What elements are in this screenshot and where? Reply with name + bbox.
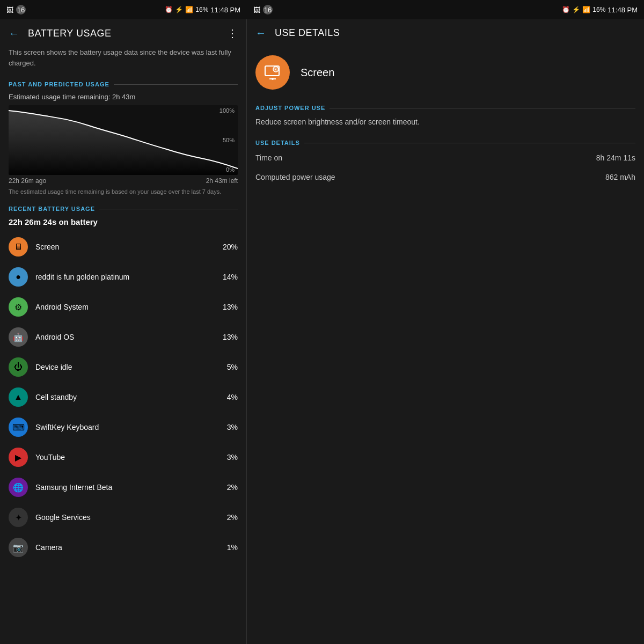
adjust-description: Reduce screen brightness and/or screen t…: [247, 113, 644, 135]
use-details-title: USE DETAILS: [275, 27, 340, 39]
chart-pct-50: 50%: [219, 137, 235, 143]
screen-icon: [255, 55, 290, 90]
usage-item-icon: 🤖: [9, 327, 28, 347]
bolt-icon-r: ⚡: [572, 6, 580, 13]
bolt-icon: ⚡: [175, 6, 183, 13]
usage-item-icon: ●: [9, 267, 28, 287]
alarm-icon: ⏰: [165, 6, 173, 13]
usage-item-pct: 4%: [227, 393, 238, 401]
usage-item-pct: 1%: [227, 543, 238, 552]
usage-list-item[interactable]: 🌐 Samsung Internet Beta 2%: [0, 472, 246, 502]
total-usage-text: 22h 26m 24s on battery: [0, 214, 246, 232]
right-panel: ← USE DETAILS Screen ADJUST POWER USE Re…: [247, 0, 644, 644]
battery-percent-left: 16%: [195, 6, 208, 13]
usage-item-icon: ✦: [9, 508, 28, 527]
usage-item-name: Samsung Internet Beta: [35, 483, 219, 492]
usage-item-name: Camera: [35, 543, 219, 552]
back-button-right[interactable]: ←: [255, 27, 266, 39]
detail-row-label: Computed power usage: [255, 173, 335, 181]
back-button-left[interactable]: ←: [9, 27, 19, 40]
usage-list-item[interactable]: 📷 Camera 1%: [0, 532, 246, 562]
usage-item-pct: 13%: [223, 303, 238, 311]
usage-item-icon: ▲: [9, 387, 28, 407]
usage-item-name: reddit is fun golden platinum: [35, 273, 215, 281]
usage-item-icon: 📷: [9, 538, 28, 557]
chart-percent-labels: 100% 50% 0%: [219, 105, 235, 175]
usage-item-name: Google Services: [35, 513, 219, 522]
usage-list-item[interactable]: 🖥 Screen 20%: [0, 232, 246, 262]
screen-svg-icon: [264, 64, 281, 81]
chart-pct-100: 100%: [219, 107, 235, 114]
chart-time-start: 22h 26m ago: [9, 177, 46, 185]
left-status-right: ⏰ ⚡ 📶 16% 11:48 PM: [165, 6, 240, 14]
signal-icon: 📶: [185, 6, 193, 13]
time-left: 11:48 PM: [210, 6, 240, 14]
usage-item-name: YouTube: [35, 453, 219, 462]
chart-footnote: The estimated usage time remaining is ba…: [0, 187, 246, 201]
usage-list-item[interactable]: 🤖 Android OS 13%: [0, 322, 246, 352]
chart-time-end: 2h 43m left: [206, 177, 238, 185]
left-panel: ← BATTERY USAGE ⋮ This screen shows the …: [0, 0, 247, 644]
usage-item-pct: 2%: [227, 483, 238, 492]
usage-item-pct: 14%: [223, 273, 238, 281]
usage-item-name: Device idle: [35, 363, 219, 371]
usage-item-pct: 3%: [227, 453, 238, 462]
detail-row: Computed power usage 862 mAh: [247, 167, 644, 187]
screen-item: Screen: [247, 47, 644, 100]
usage-item-icon: 🌐: [9, 478, 28, 497]
usage-item-name: SwiftKey Keyboard: [35, 423, 219, 431]
usage-item-pct: 20%: [223, 243, 238, 251]
left-status-bar: 🖼 16 ⏰ ⚡ 📶 16% 11:48 PM: [0, 0, 247, 19]
usage-item-name: Screen: [35, 243, 215, 251]
chart-pct-0: 0%: [219, 166, 235, 173]
right-status-right: ⏰ ⚡ 📶 16% 11:48 PM: [562, 6, 638, 14]
notification-count: 16: [16, 5, 26, 14]
battery-usage-header: ← BATTERY USAGE ⋮: [0, 19, 246, 47]
usage-item-pct: 2%: [227, 513, 238, 522]
use-details-header: ← USE DETAILS: [247, 19, 644, 47]
signal-icon-r: 📶: [582, 6, 590, 13]
right-status-bar: 🖼 16 ⏰ ⚡ 📶 16% 11:48 PM: [247, 0, 644, 19]
usage-list-item[interactable]: ✦ Google Services 2%: [0, 502, 246, 532]
estimated-usage-text: Estimated usage time remaining: 2h 43m: [0, 90, 246, 105]
usage-list-item[interactable]: ▶ YouTube 3%: [0, 442, 246, 472]
usage-list: 🖥 Screen 20% ● reddit is fun golden plat…: [0, 232, 246, 562]
usage-item-pct: 5%: [227, 363, 238, 371]
chart-svg: [9, 105, 238, 175]
usage-list-item[interactable]: ⌨ SwiftKey Keyboard 3%: [0, 412, 246, 442]
usage-list-item[interactable]: ⚙ Android System 13%: [0, 292, 246, 322]
notification-icon: 🖼: [6, 6, 13, 14]
usage-list-item[interactable]: ⏻ Device idle 5%: [0, 352, 246, 382]
usage-item-pct: 3%: [227, 423, 238, 431]
battery-chart: 100% 50% 0%: [9, 105, 238, 175]
notification-icon-r: 🖼: [253, 6, 260, 14]
detail-row-label: Time on: [255, 153, 282, 162]
time-right: 11:48 PM: [608, 6, 638, 14]
left-status-icons: 🖼 16: [6, 5, 26, 14]
recent-battery-section-label: RECENT BATTERY USAGE: [0, 201, 246, 214]
usage-list-item[interactable]: ▲ Cell standby 4%: [0, 382, 246, 412]
usage-item-name: Android System: [35, 303, 215, 311]
usage-item-icon: ⚙: [9, 297, 28, 317]
battery-description: This screen shows the battery usage data…: [0, 47, 246, 77]
screen-label: Screen: [301, 67, 334, 79]
chart-time-labels: 22h 26m ago 2h 43m left: [0, 175, 246, 187]
usage-item-name: Cell standby: [35, 393, 219, 401]
notification-count-r: 16: [263, 5, 273, 14]
usage-item-pct: 13%: [223, 333, 238, 341]
more-options-button[interactable]: ⋮: [227, 27, 238, 40]
usage-item-icon: 🖥: [9, 237, 28, 257]
alarm-icon-r: ⏰: [562, 6, 570, 13]
battery-percent-right: 16%: [592, 6, 605, 13]
adjust-power-section-label: ADJUST POWER USE: [247, 100, 644, 113]
usage-list-item[interactable]: ● reddit is fun golden platinum 14%: [0, 262, 246, 292]
detail-row-value: 8h 24m 11s: [596, 153, 635, 162]
usage-item-icon: ⏻: [9, 357, 28, 377]
past-predicted-section-label: PAST AND PREDICTED USAGE: [0, 77, 246, 90]
right-status-icons: 🖼 16: [253, 5, 273, 14]
use-details-section-label: USE DETAILS: [247, 135, 644, 148]
usage-item-name: Android OS: [35, 333, 215, 341]
detail-rows: Time on 8h 24m 11s Computed power usage …: [247, 148, 644, 187]
battery-usage-title: BATTERY USAGE: [28, 28, 218, 39]
usage-item-icon: ⌨: [9, 418, 28, 437]
